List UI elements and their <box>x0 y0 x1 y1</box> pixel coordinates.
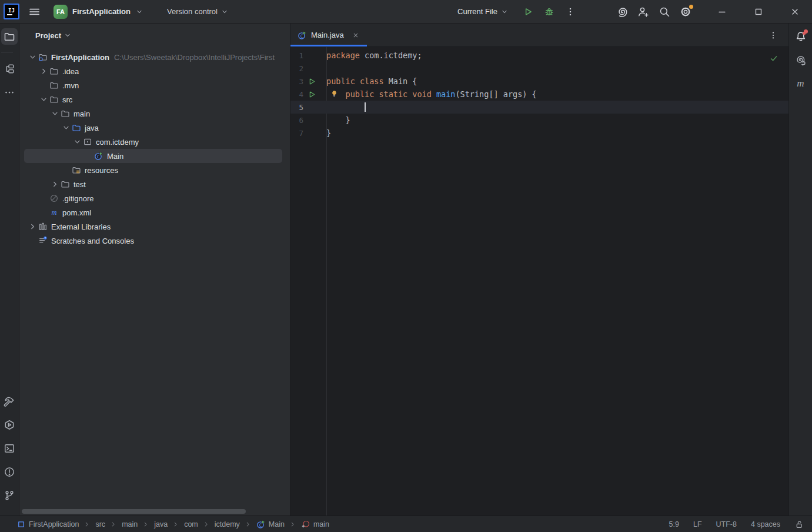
tree-item-main[interactable]: CMain <box>24 149 282 163</box>
code-lines: 1package com.ictdemy;23public class Main… <box>290 49 788 139</box>
breadcrumb-ictdemy[interactable]: ictdemy <box>215 520 240 528</box>
caret-position[interactable]: 5:9 <box>669 520 679 528</box>
ai-assistant-toolbar-button[interactable] <box>613 3 631 21</box>
code-line-3[interactable]: 3public class Main { <box>290 75 788 88</box>
breadcrumb-com[interactable]: com <box>184 520 198 528</box>
chevron-right-icon[interactable] <box>27 222 38 231</box>
project-tool-button[interactable] <box>1 28 18 45</box>
code-text[interactable]: public class Main { <box>326 75 788 88</box>
chevron-right-icon[interactable] <box>49 179 61 189</box>
close-button[interactable] <box>786 3 804 21</box>
horizontal-scrollbar[interactable] <box>22 509 246 514</box>
maximize-button[interactable] <box>750 3 767 21</box>
module-icon <box>16 520 26 529</box>
run-gutter-icon[interactable] <box>308 77 316 86</box>
left-stripe-bottom <box>1 393 18 511</box>
tree-item-scratches-and-consoles[interactable]: Scratches and Consoles <box>24 234 282 248</box>
code-text[interactable]: public static void main(String[] args) { <box>326 88 788 101</box>
breadcrumb-java[interactable]: java <box>154 520 168 528</box>
tree-item--gitignore[interactable]: .gitignore <box>24 191 282 205</box>
tree-item-label: src <box>62 95 72 104</box>
code-text[interactable] <box>326 62 788 75</box>
structure-tool-button[interactable] <box>1 61 18 77</box>
ai-assistant-icon <box>616 6 628 18</box>
tree-item-main[interactable]: main <box>24 107 282 121</box>
tree-item-java[interactable]: java <box>24 121 282 135</box>
readonly-toggle-icon[interactable] <box>794 520 804 529</box>
run-icon <box>523 6 533 17</box>
tree-item-test[interactable]: test <box>24 177 282 191</box>
more-actions-button[interactable] <box>562 3 579 21</box>
problems-tool-button[interactable] <box>1 464 18 480</box>
code-line-7[interactable]: 7} <box>290 127 788 139</box>
ai-assistant-button[interactable] <box>793 52 809 68</box>
inspections-ok-icon[interactable] <box>769 54 778 63</box>
chevron-down-icon[interactable] <box>61 123 72 132</box>
file-encoding[interactable]: UTF-8 <box>716 520 737 528</box>
indent-info[interactable]: 4 spaces <box>751 520 780 528</box>
run-configuration-selector[interactable]: Current File <box>455 3 511 21</box>
folder-icon <box>49 81 59 90</box>
code-line-1[interactable]: 1package com.ictdemy; <box>290 49 788 62</box>
tree-item-com-ictdemy[interactable]: com.ictdemy <box>24 135 282 149</box>
services-tool-button[interactable] <box>1 417 18 433</box>
terminal-tool-button[interactable] <box>1 440 18 457</box>
tree-item--idea[interactable]: .idea <box>24 64 282 78</box>
run-gutter-icon[interactable] <box>308 90 316 99</box>
tree-item-src[interactable]: src <box>24 92 282 107</box>
chevron-down-icon[interactable] <box>49 109 61 118</box>
run-button[interactable] <box>519 3 537 21</box>
project-panel-header[interactable]: Project <box>19 24 290 47</box>
tab-main-java[interactable]: C Main.java <box>290 24 367 46</box>
tab-options-icon[interactable] <box>768 31 778 40</box>
breadcrumb-separator-icon <box>244 520 252 528</box>
code-line-4[interactable]: 4 public static void main(String[] args)… <box>290 88 788 101</box>
vcs-widget[interactable]: Version control <box>165 3 231 21</box>
breadcrumb-main[interactable]: main <box>301 520 329 529</box>
code-text[interactable] <box>326 101 788 114</box>
debug-button[interactable] <box>540 3 558 21</box>
maven-tool-button[interactable]: m <box>793 75 809 92</box>
code-with-me-button[interactable] <box>634 3 652 21</box>
search-everywhere-button[interactable] <box>656 3 673 21</box>
notification-badge <box>804 29 808 34</box>
chevron-down-icon[interactable] <box>72 137 83 147</box>
code-text[interactable]: } <box>326 114 788 127</box>
more-tool-windows-button[interactable] <box>1 84 18 101</box>
breadcrumb-firstapplication[interactable]: FirstApplication <box>16 520 79 529</box>
breadcrumb-main[interactable]: CMain <box>256 520 285 529</box>
version-control-tool-button[interactable] <box>1 487 18 504</box>
kebab-menu-icon <box>565 6 576 17</box>
code-line-2[interactable]: 2 <box>290 62 788 75</box>
build-hammer-icon <box>4 395 15 407</box>
run-configuration-label: Current File <box>457 7 497 16</box>
tree-item--mvn[interactable]: .mvn <box>24 78 282 92</box>
editor-tab-bar: C Main.java <box>290 24 788 47</box>
chevron-down-icon[interactable] <box>27 52 38 62</box>
tree-item-label: main <box>73 109 90 118</box>
intention-bulb-icon[interactable] <box>330 89 339 98</box>
build-tool-button[interactable] <box>1 393 18 410</box>
settings-button[interactable] <box>677 3 694 21</box>
breadcrumb-src[interactable]: src <box>95 520 105 528</box>
code-text[interactable]: package com.ictdemy; <box>326 49 788 62</box>
tab-close-icon[interactable] <box>352 31 360 39</box>
tree-item-firstapplication[interactable]: FirstApplicationC:\Users\Sweetak\Dropbox… <box>24 50 282 64</box>
tree-item-resources[interactable]: resources <box>24 163 282 177</box>
chevron-down-icon[interactable] <box>38 95 49 104</box>
code-line-6[interactable]: 6 } <box>290 114 788 127</box>
tree-item-pom-xml[interactable]: mpom.xml <box>24 205 282 220</box>
notifications-button[interactable] <box>793 28 809 45</box>
code-text[interactable]: } <box>326 127 788 139</box>
breadcrumb-main[interactable]: main <box>122 520 138 528</box>
breadcrumb-separator-icon <box>172 520 180 528</box>
tree-item-label: com.ictdemy <box>96 138 139 147</box>
chevron-right-icon[interactable] <box>38 66 49 76</box>
tree-item-external-libraries[interactable]: External Libraries <box>24 220 282 234</box>
code-line-5[interactable]: 5 <box>290 101 788 114</box>
project-widget[interactable]: FA FirstApplication <box>51 3 146 21</box>
minimize-button[interactable] <box>713 3 731 21</box>
main-menu-button[interactable] <box>25 3 43 21</box>
code-editor[interactable]: 1package com.ictdemy;23public class Main… <box>290 47 788 516</box>
line-separator[interactable]: LF <box>693 520 702 528</box>
